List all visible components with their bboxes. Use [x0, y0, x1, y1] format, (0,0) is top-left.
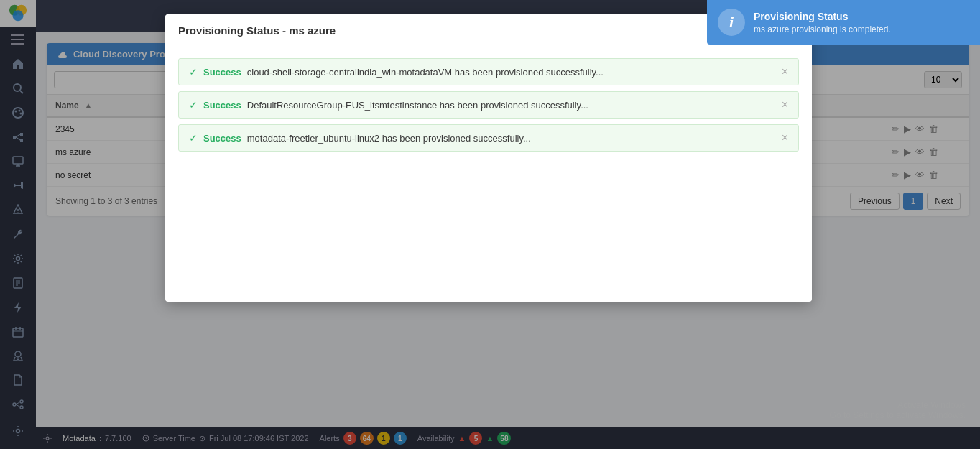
check-icon-1: ✓ [189, 66, 198, 78]
success-label-2: Success [203, 100, 241, 111]
alert-item-1: ✓ Success cloud-shell-storage-centralind… [178, 58, 799, 85]
alert-item-3: ✓ Success motadata-freetier_ubuntu-linux… [178, 124, 799, 152]
toast-content: Provisioning Status ms azure provisionin… [754, 11, 969, 34]
provisioning-status-modal: Provisioning Status - ms azure ✓ Success… [165, 14, 812, 302]
success-label-1: Success [203, 67, 241, 78]
alert-message-3: motadata-freetier_ubuntu-linux2 has been… [247, 133, 531, 144]
toast-message: ms azure provisioning is completed. [754, 24, 969, 34]
toast-title: Provisioning Status [754, 11, 969, 22]
check-icon-3: ✓ [189, 132, 198, 144]
check-icon-2: ✓ [189, 99, 198, 111]
modal-title: Provisioning Status - ms azure [178, 24, 336, 37]
alert-left-2: ✓ Success DefaultResourceGroup-EUS_itsmt… [189, 99, 588, 111]
alert-message-2: DefaultResourceGroup-EUS_itsmtestinstanc… [247, 100, 588, 111]
toast-icon: i [718, 9, 745, 36]
alert-message-1: cloud-shell-storage-centralindia_win-mot… [247, 67, 604, 78]
provisioning-toast: i Provisioning Status ms azure provision… [707, 0, 980, 45]
modal-body: ✓ Success cloud-shell-storage-centralind… [165, 47, 812, 299]
alert-close-1[interactable]: × [782, 66, 788, 78]
alert-left-3: ✓ Success motadata-freetier_ubuntu-linux… [189, 132, 531, 144]
success-label-3: Success [203, 133, 241, 144]
alert-left-1: ✓ Success cloud-shell-storage-centralind… [189, 66, 604, 78]
alert-item-2: ✓ Success DefaultResourceGroup-EUS_itsmt… [178, 91, 799, 119]
alert-close-2[interactable]: × [782, 99, 788, 111]
alert-close-3[interactable]: × [782, 132, 788, 144]
